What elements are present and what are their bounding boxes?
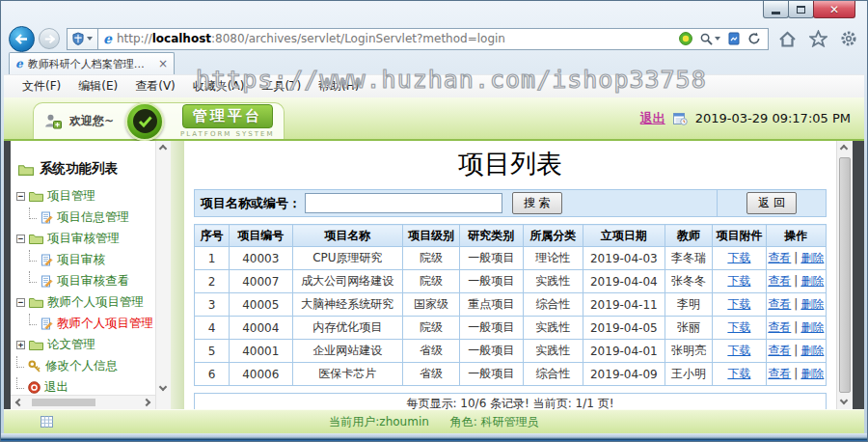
- menu-edit[interactable]: 编辑(E): [69, 78, 126, 95]
- folder-icon: [18, 163, 34, 176]
- sidebar-item-teacher-project-mgmt-group[interactable]: − 教师个人项目管理: [16, 291, 155, 313]
- back-button[interactable]: [9, 26, 35, 52]
- collapse-icon[interactable]: −: [16, 192, 25, 201]
- expand-icon[interactable]: +: [16, 341, 25, 349]
- forward-arrow-icon: [44, 35, 55, 43]
- logo-check-icon: [133, 109, 157, 133]
- welcome-panel: 欢迎您~ 管理平台 PLATFORM SYSTEM: [33, 102, 285, 139]
- sidebar-item-teacher-project-mgmt[interactable]: 教师个人项目管理: [16, 313, 155, 334]
- sidebar-horizontal-scrollbar[interactable]: [11, 395, 155, 409]
- scroll-up-icon[interactable]: [159, 145, 167, 152]
- home-icon[interactable]: [778, 31, 797, 47]
- delete-link[interactable]: 删除: [800, 274, 824, 288]
- col-level: 项目级别: [403, 225, 460, 247]
- menu-view[interactable]: 查看(V): [126, 78, 184, 95]
- settings-gear-icon[interactable]: [840, 30, 857, 47]
- col-actions: 操作: [766, 225, 826, 247]
- download-link[interactable]: 下载: [727, 251, 750, 264]
- scroll-up-icon[interactable]: [840, 145, 848, 152]
- return-button[interactable]: 返 回: [746, 192, 797, 214]
- sidebar-item-paper-mgmt[interactable]: + 论文管理: [16, 334, 155, 355]
- scrollbar-thumb[interactable]: [32, 399, 95, 406]
- role-text: 角色: 科研管理员: [450, 414, 539, 430]
- collapse-icon[interactable]: −: [16, 235, 25, 243]
- tab-strip: e 教师科研个人档案管理系统 ×: [9, 52, 859, 74]
- sidebar-item-project-audit[interactable]: 项目审核: [16, 249, 155, 270]
- download-link[interactable]: 下载: [727, 367, 750, 380]
- scroll-right-icon[interactable]: [143, 399, 150, 406]
- key-icon: [28, 360, 41, 373]
- favorites-star-icon[interactable]: [809, 30, 827, 47]
- ie-favicon: e: [103, 32, 112, 45]
- download-link[interactable]: 下载: [727, 274, 750, 288]
- sidebar-item-edit-profile[interactable]: 修改个人信息: [16, 355, 155, 376]
- edit-doc-icon: [41, 211, 53, 224]
- menu-help[interactable]: 帮助(H): [310, 78, 367, 95]
- edit-doc-icon: [41, 254, 53, 266]
- compatibility-button[interactable]: [67, 28, 97, 50]
- scroll-down-icon[interactable]: [840, 397, 848, 404]
- view-link[interactable]: 查看: [768, 274, 791, 288]
- search-dropdown[interactable]: [700, 33, 720, 45]
- scroll-left-icon[interactable]: [15, 399, 23, 406]
- download-link[interactable]: 下载: [727, 320, 750, 334]
- delete-link[interactable]: 删除: [800, 320, 824, 334]
- main-vertical-scrollbar[interactable]: [836, 141, 853, 409]
- folder-icon: [29, 339, 43, 350]
- browser-window: ✕ e http://localhost:8080/archives/servl…: [0, 0, 868, 442]
- forward-button[interactable]: [39, 28, 60, 49]
- view-link[interactable]: 查看: [768, 251, 791, 264]
- tab-close-icon[interactable]: ×: [158, 58, 168, 69]
- download-link[interactable]: 下载: [727, 297, 750, 311]
- menu-file[interactable]: 文件(F): [14, 78, 69, 95]
- site-header: 欢迎您~ 管理平台 PLATFORM SYSTEM 退出 2019-03-29 …: [4, 97, 864, 141]
- sidebar-item-project-info-mgmt[interactable]: 项目信息管理: [16, 207, 155, 228]
- view-link[interactable]: 查看: [768, 320, 791, 334]
- col-project-no: 项目编号: [230, 225, 293, 247]
- search-button[interactable]: 搜 索: [512, 192, 562, 214]
- collapse-icon[interactable]: −: [16, 298, 25, 307]
- sidebar-item-audit-mgmt[interactable]: − 项目审核管理: [16, 228, 155, 249]
- scrollbar-thumb[interactable]: [839, 157, 851, 393]
- close-button[interactable]: ✕: [813, 1, 855, 18]
- search-input[interactable]: [305, 193, 502, 213]
- window-controls: ✕: [764, 1, 855, 18]
- search-label: 项目名称或编号：: [195, 195, 301, 212]
- page-left-edge: [4, 141, 11, 409]
- view-link[interactable]: 查看: [768, 367, 791, 380]
- view-link[interactable]: 查看: [768, 297, 791, 311]
- minimize-button[interactable]: [763, 1, 789, 18]
- close-icon: ✕: [829, 4, 839, 15]
- address-bar-icons: [679, 32, 763, 45]
- sidebar-vertical-scrollbar[interactable]: [155, 141, 171, 409]
- search-provider-icon[interactable]: [679, 32, 692, 45]
- logout-link[interactable]: 退出: [640, 110, 665, 127]
- delete-link[interactable]: 删除: [800, 251, 824, 264]
- url-text: http://localhost:8080/archives/servlet/L…: [117, 32, 674, 45]
- col-attachment: 项目附件: [713, 225, 767, 247]
- search-panel: 项目名称或编号： 搜 索 返 回: [194, 189, 827, 217]
- table-row: 640006医保卡芯片省级一般项目综合性2019-04-09王小明 下载 查看|…: [195, 363, 827, 386]
- refresh-icon[interactable]: [747, 32, 761, 45]
- browser-tab[interactable]: e 教师科研个人档案管理系统 ×: [9, 52, 175, 74]
- sidebar-item-project-mgmt[interactable]: − 项目管理: [16, 185, 155, 207]
- page-icon[interactable]: [728, 32, 740, 45]
- table-row: 440004内存优化项目院级一般项目实践性2019-04-05张丽 下载 查看|…: [195, 317, 827, 340]
- menu-tools[interactable]: 工具(T): [253, 78, 310, 95]
- project-table: 序号 项目编号 项目名称 项目级别 研究类别 所属分类 立项日期 教师 项目附件…: [194, 224, 827, 386]
- delete-link[interactable]: 删除: [800, 344, 824, 357]
- tree-elbow: [16, 377, 24, 389]
- active-item-label[interactable]: 教师个人项目管理: [57, 316, 153, 332]
- view-link[interactable]: 查看: [768, 344, 791, 357]
- table-row: 340005大脑神经系统研究国家级重点项目综合性2019-04-11李明 下载 …: [195, 293, 827, 317]
- address-bar[interactable]: e http://localhost:8080/archives/servlet…: [97, 28, 769, 50]
- delete-link[interactable]: 删除: [800, 367, 824, 380]
- sidebar-item-project-audit-view[interactable]: 项目审核查看: [16, 270, 155, 291]
- scroll-down-icon[interactable]: [159, 383, 167, 391]
- brand-subtitle: PLATFORM SYSTEM: [180, 130, 274, 138]
- delete-link[interactable]: 删除: [800, 297, 824, 311]
- maximize-button[interactable]: [788, 1, 814, 18]
- menu-favorites[interactable]: 收藏夹(A): [184, 78, 254, 95]
- sidebar: 系统功能列表 − 项目管理 项目信息管理 −: [11, 141, 155, 409]
- download-link[interactable]: 下载: [727, 344, 750, 357]
